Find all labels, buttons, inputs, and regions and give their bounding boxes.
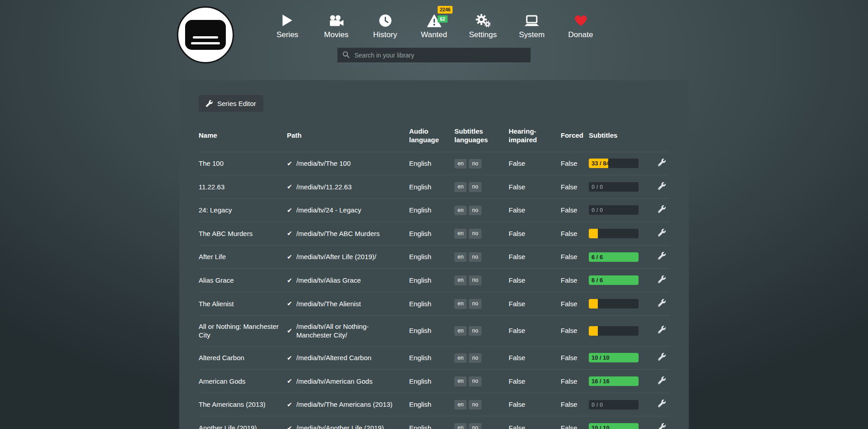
nav-donate[interactable]: Donate — [556, 10, 605, 39]
edit-series-wrench-icon[interactable] — [658, 275, 666, 283]
logo-subtitle-card — [185, 20, 226, 50]
series-path: /media/tv/Another Life (2019) — [296, 424, 384, 429]
subtitles-progress-bar — [589, 229, 639, 238]
series-name: The ABC Murders — [199, 222, 287, 246]
edit-series-wrench-icon[interactable] — [658, 205, 666, 213]
subtitle-languages: enno — [454, 222, 509, 246]
nav-wanted-label: Wanted — [421, 30, 447, 39]
series-name: Altered Carbon — [199, 346, 287, 370]
subtitles-progress-bar: 10 / 10 — [589, 423, 639, 429]
edit-series-wrench-icon[interactable] — [658, 353, 666, 361]
language-badge: en — [454, 299, 467, 309]
audio-language: English — [409, 393, 454, 416]
forced-value: False — [561, 292, 589, 316]
hearing-impaired-value: False — [509, 222, 561, 246]
audio-language: English — [409, 245, 454, 269]
gears-icon — [475, 10, 491, 27]
edit-series-wrench-icon[interactable] — [658, 182, 666, 190]
check-icon: ✔ — [287, 229, 292, 237]
subtitle-languages: enno — [454, 198, 509, 222]
subtitle-languages: enno — [454, 416, 509, 429]
col-header-forced: Forced — [561, 124, 589, 152]
language-badge: no — [469, 206, 481, 216]
nav-series-label: Series — [277, 30, 298, 39]
nav-wanted[interactable]: 2246 62 Wanted — [410, 10, 458, 39]
language-badge: no — [469, 229, 481, 239]
nav-movies[interactable]: Movies — [312, 10, 361, 39]
language-badge: en — [454, 400, 467, 410]
series-editor-label: Series Editor — [217, 100, 256, 107]
audio-language: English — [409, 222, 454, 246]
forced-value: False — [561, 152, 589, 175]
subtitles-progress-bar: 6 / 6 — [589, 275, 639, 285]
edit-series-wrench-icon[interactable] — [658, 326, 666, 333]
edit-series-wrench-icon[interactable] — [658, 423, 666, 429]
series-name: The Americans (2013) — [199, 393, 287, 416]
language-badge: no — [469, 423, 481, 429]
series-path: /media/tv/American Gods — [296, 377, 372, 386]
col-header-actions — [651, 124, 669, 152]
subtitles-progress-bar: 6 / 6 — [589, 252, 639, 262]
subtitles-progress-bar: 16 / 16 — [589, 376, 639, 386]
language-badge: en — [454, 206, 467, 216]
nav-settings-label: Settings — [469, 30, 496, 39]
main-nav: Series Movies History — [263, 10, 605, 39]
nav-donate-label: Donate — [568, 30, 593, 39]
nav-history[interactable]: History — [361, 10, 410, 39]
series-name: After Life — [199, 245, 287, 269]
language-badge: en — [454, 353, 467, 363]
check-icon: ✔ — [287, 159, 292, 168]
language-badge: no — [469, 353, 481, 363]
forced-value: False — [561, 315, 589, 346]
series-path: /media/tv/After Life (2019)/ — [296, 252, 377, 261]
language-badge: no — [469, 299, 481, 309]
edit-series-wrench-icon[interactable] — [658, 252, 666, 260]
wanted-episodes-badge: 2246 — [438, 6, 453, 14]
search-input[interactable] — [353, 51, 525, 59]
bazarr-logo[interactable] — [177, 6, 234, 63]
table-row: 11.22.63 ✔ /media/tv/11.22.63 English en… — [199, 175, 669, 199]
col-header-path: Path — [287, 124, 409, 152]
subtitle-languages: enno — [454, 315, 509, 346]
nav-system[interactable]: System — [507, 10, 556, 39]
check-icon: ✔ — [287, 253, 292, 261]
col-header-hearing-impaired: Hearing-impaired — [509, 124, 561, 152]
subtitles-progress-label: 6 / 6 — [591, 275, 603, 285]
series-path: /media/tv/Alias Grace — [296, 276, 361, 285]
table-row: Altered Carbon ✔ /media/tv/Altered Carbo… — [199, 346, 669, 370]
edit-series-wrench-icon[interactable] — [658, 229, 666, 236]
series-editor-button[interactable]: Series Editor — [199, 95, 263, 112]
table-row: The ABC Murders ✔ /media/tv/The ABC Murd… — [199, 222, 669, 246]
nav-settings[interactable]: Settings — [458, 10, 507, 39]
language-badge: en — [454, 376, 467, 386]
subtitles-progress-bar: 0 / 0 — [589, 205, 639, 215]
nav-series[interactable]: Series — [263, 10, 312, 39]
forced-value: False — [561, 416, 589, 429]
subtitles-progress-bar: 33 / 84 — [589, 159, 639, 168]
check-icon: ✔ — [287, 183, 292, 191]
logo-subtitle-line — [191, 42, 220, 44]
subtitle-languages: enno — [454, 292, 509, 316]
edit-series-wrench-icon[interactable] — [658, 159, 666, 166]
audio-language: English — [409, 198, 454, 222]
edit-series-wrench-icon[interactable] — [658, 376, 666, 384]
edit-series-wrench-icon[interactable] — [658, 400, 666, 407]
col-header-name: Name — [199, 124, 287, 152]
series-path: /media/tv/All or Nothing- Manchester Cit… — [296, 322, 405, 340]
language-badge: en — [454, 423, 467, 429]
subtitles-progress-label: 33 / 84 — [591, 159, 610, 168]
edit-series-wrench-icon[interactable] — [658, 299, 666, 307]
forced-value: False — [561, 393, 589, 416]
language-badge: en — [454, 326, 467, 336]
series-table-body: The 100 ✔ /media/tv/The 100 English enno… — [199, 152, 669, 429]
audio-language: English — [409, 269, 454, 292]
film-camera-icon — [329, 10, 344, 27]
subtitles-progress-label: 6 / 6 — [591, 252, 603, 262]
table-header-row: Name Path Audio language Subtitles langu… — [199, 124, 669, 152]
hearing-impaired-value: False — [509, 152, 561, 175]
series-name: The Alienist — [199, 292, 287, 316]
check-icon: ✔ — [287, 276, 292, 284]
series-name: Another Life (2019) — [199, 416, 287, 429]
hearing-impaired-value: False — [509, 269, 561, 292]
language-badge: en — [454, 252, 467, 262]
